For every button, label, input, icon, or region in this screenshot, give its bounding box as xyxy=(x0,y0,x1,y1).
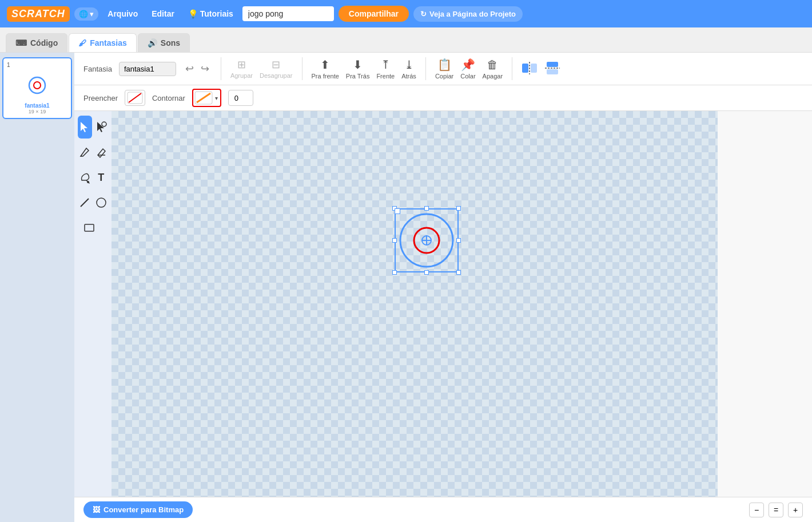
back-icon: ⤓ xyxy=(404,58,414,72)
flip-h-button[interactable] xyxy=(522,61,538,76)
canvas-area xyxy=(112,111,718,497)
svg-rect-5 xyxy=(547,62,558,67)
top-nav: SCRATCH 🌐 ▾ Arquivo Editar 💡 Tutoriais C… xyxy=(0,0,812,27)
costume-name-field[interactable] xyxy=(119,62,176,76)
fill-color-picker[interactable] xyxy=(125,90,145,106)
svg-point-0 xyxy=(29,77,45,93)
divider-1 xyxy=(221,57,221,80)
project-page-button[interactable]: ↻ Veja a Página do Projeto xyxy=(413,6,523,22)
zoom-reset-button[interactable]: = xyxy=(769,503,783,517)
back-button[interactable]: ⤓ Atrás xyxy=(401,58,416,80)
paste-icon: 📌 xyxy=(461,58,475,72)
costume-label: fantasia1 xyxy=(25,102,49,109)
divider-3 xyxy=(425,57,426,80)
flip-v-button[interactable] xyxy=(544,61,560,76)
rect-tool[interactable] xyxy=(78,216,101,239)
canvas-wrapper[interactable] xyxy=(112,111,812,497)
tools-panel: T xyxy=(74,111,112,497)
svg-rect-3 xyxy=(531,64,537,73)
svg-point-1 xyxy=(34,82,41,89)
bitmap-icon: 🖼 xyxy=(93,505,100,514)
undo-redo-group: ↩ ↪ xyxy=(183,60,212,77)
costume-size: 19 × 19 xyxy=(29,109,46,114)
sound-icon: 🔊 xyxy=(148,38,157,48)
delete-icon: 🗑 xyxy=(487,58,498,72)
scratch-logo: SCRATCH xyxy=(7,6,70,22)
forward-button[interactable]: ⬆ Pra frente xyxy=(312,58,339,80)
reshape-tool[interactable] xyxy=(94,116,109,139)
svg-point-14 xyxy=(102,122,106,126)
tutoriais-menu[interactable]: 💡 Tutoriais xyxy=(184,7,238,21)
fill-tool[interactable] xyxy=(78,166,92,189)
svg-point-18 xyxy=(97,198,106,207)
tab-sons[interactable]: 🔊 Sons xyxy=(138,33,190,52)
paste-button[interactable]: 📌 Colar xyxy=(460,58,475,80)
outline-color-picker[interactable] xyxy=(194,91,213,105)
flip-horizontal-icon xyxy=(522,61,538,76)
group-button[interactable]: ⊞ Agrupar xyxy=(230,58,253,79)
text-tool[interactable]: T xyxy=(94,166,109,189)
select-tool[interactable] xyxy=(78,116,92,139)
costume-preview xyxy=(20,68,54,102)
project-name-input[interactable] xyxy=(242,6,334,21)
costume-item[interactable]: 1 fantasia1 19 × 19 xyxy=(2,57,72,119)
globe-button[interactable]: 🌐 ▾ xyxy=(74,7,99,21)
forward-icon: ⬆ xyxy=(320,58,330,72)
upper-toolbar: Fantasia ↩ ↪ ⊞ Agrupar ⊟ Desagrupar ⬆ Pr… xyxy=(74,53,812,85)
editor-panel: Fantasia ↩ ↪ ⊞ Agrupar ⊟ Desagrupar ⬆ Pr… xyxy=(74,53,812,522)
redo-button[interactable]: ↪ xyxy=(198,60,212,77)
divider-4 xyxy=(512,57,512,80)
copy-button[interactable]: 📋 Copiar xyxy=(435,58,453,80)
bottom-bar: 🖼 Converter para Bitmap − = + xyxy=(74,497,812,522)
ellipse-tool[interactable] xyxy=(94,191,109,214)
tool-row-5 xyxy=(78,216,108,239)
copy-icon: 📋 xyxy=(437,58,452,72)
tab-fantasias[interactable]: 🖌 Fantasias xyxy=(69,33,137,52)
tool-row-1 xyxy=(78,116,108,139)
svg-marker-12 xyxy=(81,122,87,132)
flip-vertical-icon xyxy=(544,61,560,76)
fantasia-label: Fantasia xyxy=(83,65,112,73)
share-button[interactable]: Compartilhar xyxy=(339,6,409,22)
stroke-width-input[interactable] xyxy=(228,90,253,106)
backward-icon: ⬇ xyxy=(353,58,363,72)
checkerboard-bg xyxy=(112,111,718,497)
fill-outline-row: Preencher Contornar ▾ xyxy=(74,85,812,111)
editar-menu[interactable]: Editar xyxy=(147,7,179,21)
preencher-label: Preencher xyxy=(83,94,118,102)
svg-line-17 xyxy=(81,199,89,207)
delete-button[interactable]: 🗑 Apagar xyxy=(483,58,503,80)
group-icon: ⊞ xyxy=(237,58,246,71)
eraser-tool[interactable] xyxy=(94,141,109,164)
divider-2 xyxy=(302,57,302,80)
tool-row-4 xyxy=(78,191,108,214)
ungroup-button[interactable]: ⊟ Desagrupar xyxy=(260,58,292,79)
zoom-in-button[interactable]: + xyxy=(788,503,803,517)
costumes-panel: 1 fantasia1 19 × 19 xyxy=(0,53,74,522)
circle-object[interactable] xyxy=(395,208,459,272)
arquivo-menu[interactable]: Arquivo xyxy=(103,7,142,21)
tools-canvas-area: T xyxy=(74,111,812,497)
front-button[interactable]: ⤒ Frente xyxy=(376,58,395,80)
pencil-tool[interactable] xyxy=(78,141,92,164)
tab-bar: ⌨ Código 🖌 Fantasias 🔊 Sons xyxy=(0,27,812,53)
zoom-out-button[interactable]: − xyxy=(749,503,764,517)
svg-rect-2 xyxy=(522,64,528,73)
costume-number: 1 xyxy=(7,62,10,68)
undo-button[interactable]: ↩ xyxy=(183,60,196,77)
tab-code[interactable]: ⌨ Código xyxy=(6,33,67,52)
svg-point-16 xyxy=(87,181,89,183)
backward-button[interactable]: ⬇ Pra Trás xyxy=(346,58,370,80)
svg-rect-6 xyxy=(547,69,558,74)
front-icon: ⤒ xyxy=(381,58,391,72)
brush-icon: 🖌 xyxy=(78,38,86,48)
convert-to-bitmap-button[interactable]: 🖼 Converter para Bitmap xyxy=(83,501,193,518)
outline-dropdown-btn[interactable]: ▾ xyxy=(214,95,219,101)
editor-area: 1 fantasia1 19 × 19 Fantasia ↩ ↪ ⊞ xyxy=(0,53,812,522)
line-tool[interactable] xyxy=(78,191,92,214)
light-bulb-icon: 💡 xyxy=(188,9,198,18)
svg-rect-19 xyxy=(85,224,94,231)
tool-row-2 xyxy=(78,141,108,164)
contornar-label: Contornar xyxy=(152,94,185,102)
svg-marker-13 xyxy=(97,122,104,132)
